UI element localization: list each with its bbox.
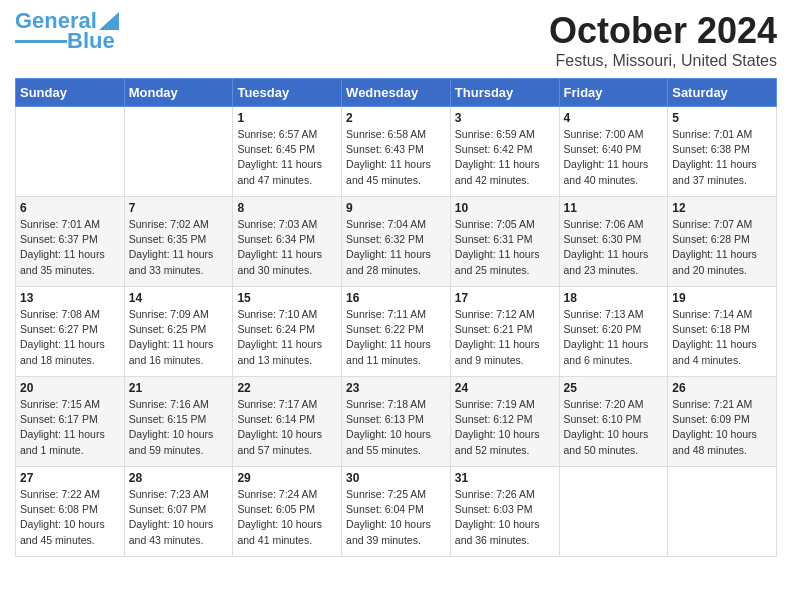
day-info: Sunrise: 6:59 AM Sunset: 6:42 PM Dayligh… bbox=[455, 127, 555, 188]
day-number: 26 bbox=[672, 381, 772, 395]
logo: General Blue bbox=[15, 10, 119, 52]
calendar-cell: 9Sunrise: 7:04 AM Sunset: 6:32 PM Daylig… bbox=[342, 197, 451, 287]
day-info: Sunrise: 6:58 AM Sunset: 6:43 PM Dayligh… bbox=[346, 127, 446, 188]
weekday-header-saturday: Saturday bbox=[668, 79, 777, 107]
day-number: 14 bbox=[129, 291, 229, 305]
day-number: 9 bbox=[346, 201, 446, 215]
day-info: Sunrise: 7:26 AM Sunset: 6:03 PM Dayligh… bbox=[455, 487, 555, 548]
day-number: 24 bbox=[455, 381, 555, 395]
calendar-cell: 4Sunrise: 7:00 AM Sunset: 6:40 PM Daylig… bbox=[559, 107, 668, 197]
calendar-week-row: 6Sunrise: 7:01 AM Sunset: 6:37 PM Daylig… bbox=[16, 197, 777, 287]
day-number: 7 bbox=[129, 201, 229, 215]
calendar-cell: 11Sunrise: 7:06 AM Sunset: 6:30 PM Dayli… bbox=[559, 197, 668, 287]
day-number: 6 bbox=[20, 201, 120, 215]
calendar-cell: 14Sunrise: 7:09 AM Sunset: 6:25 PM Dayli… bbox=[124, 287, 233, 377]
calendar-cell: 21Sunrise: 7:16 AM Sunset: 6:15 PM Dayli… bbox=[124, 377, 233, 467]
day-info: Sunrise: 7:07 AM Sunset: 6:28 PM Dayligh… bbox=[672, 217, 772, 278]
day-info: Sunrise: 7:19 AM Sunset: 6:12 PM Dayligh… bbox=[455, 397, 555, 458]
calendar-week-row: 1Sunrise: 6:57 AM Sunset: 6:45 PM Daylig… bbox=[16, 107, 777, 197]
calendar-cell bbox=[559, 467, 668, 557]
title-block: October 2024 Festus, Missouri, United St… bbox=[549, 10, 777, 70]
day-number: 21 bbox=[129, 381, 229, 395]
day-number: 30 bbox=[346, 471, 446, 485]
calendar-cell: 12Sunrise: 7:07 AM Sunset: 6:28 PM Dayli… bbox=[668, 197, 777, 287]
day-info: Sunrise: 7:24 AM Sunset: 6:05 PM Dayligh… bbox=[237, 487, 337, 548]
day-info: Sunrise: 7:03 AM Sunset: 6:34 PM Dayligh… bbox=[237, 217, 337, 278]
calendar-week-row: 27Sunrise: 7:22 AM Sunset: 6:08 PM Dayli… bbox=[16, 467, 777, 557]
calendar-cell: 17Sunrise: 7:12 AM Sunset: 6:21 PM Dayli… bbox=[450, 287, 559, 377]
calendar-cell: 8Sunrise: 7:03 AM Sunset: 6:34 PM Daylig… bbox=[233, 197, 342, 287]
day-number: 25 bbox=[564, 381, 664, 395]
day-info: Sunrise: 7:14 AM Sunset: 6:18 PM Dayligh… bbox=[672, 307, 772, 368]
calendar-cell: 13Sunrise: 7:08 AM Sunset: 6:27 PM Dayli… bbox=[16, 287, 125, 377]
day-info: Sunrise: 6:57 AM Sunset: 6:45 PM Dayligh… bbox=[237, 127, 337, 188]
calendar-cell: 20Sunrise: 7:15 AM Sunset: 6:17 PM Dayli… bbox=[16, 377, 125, 467]
day-info: Sunrise: 7:10 AM Sunset: 6:24 PM Dayligh… bbox=[237, 307, 337, 368]
day-info: Sunrise: 7:12 AM Sunset: 6:21 PM Dayligh… bbox=[455, 307, 555, 368]
calendar-cell: 27Sunrise: 7:22 AM Sunset: 6:08 PM Dayli… bbox=[16, 467, 125, 557]
day-number: 27 bbox=[20, 471, 120, 485]
day-info: Sunrise: 7:25 AM Sunset: 6:04 PM Dayligh… bbox=[346, 487, 446, 548]
calendar-cell: 5Sunrise: 7:01 AM Sunset: 6:38 PM Daylig… bbox=[668, 107, 777, 197]
day-info: Sunrise: 7:05 AM Sunset: 6:31 PM Dayligh… bbox=[455, 217, 555, 278]
calendar-subtitle: Festus, Missouri, United States bbox=[549, 52, 777, 70]
day-info: Sunrise: 7:11 AM Sunset: 6:22 PM Dayligh… bbox=[346, 307, 446, 368]
day-number: 2 bbox=[346, 111, 446, 125]
day-number: 22 bbox=[237, 381, 337, 395]
weekday-header-monday: Monday bbox=[124, 79, 233, 107]
day-info: Sunrise: 7:22 AM Sunset: 6:08 PM Dayligh… bbox=[20, 487, 120, 548]
calendar-cell: 10Sunrise: 7:05 AM Sunset: 6:31 PM Dayli… bbox=[450, 197, 559, 287]
calendar-cell bbox=[16, 107, 125, 197]
day-info: Sunrise: 7:23 AM Sunset: 6:07 PM Dayligh… bbox=[129, 487, 229, 548]
day-info: Sunrise: 7:08 AM Sunset: 6:27 PM Dayligh… bbox=[20, 307, 120, 368]
day-number: 18 bbox=[564, 291, 664, 305]
calendar-cell: 1Sunrise: 6:57 AM Sunset: 6:45 PM Daylig… bbox=[233, 107, 342, 197]
calendar-cell: 23Sunrise: 7:18 AM Sunset: 6:13 PM Dayli… bbox=[342, 377, 451, 467]
day-number: 4 bbox=[564, 111, 664, 125]
day-number: 10 bbox=[455, 201, 555, 215]
calendar-week-row: 13Sunrise: 7:08 AM Sunset: 6:27 PM Dayli… bbox=[16, 287, 777, 377]
day-number: 15 bbox=[237, 291, 337, 305]
day-info: Sunrise: 7:02 AM Sunset: 6:35 PM Dayligh… bbox=[129, 217, 229, 278]
day-info: Sunrise: 7:16 AM Sunset: 6:15 PM Dayligh… bbox=[129, 397, 229, 458]
weekday-header-sunday: Sunday bbox=[16, 79, 125, 107]
day-info: Sunrise: 7:06 AM Sunset: 6:30 PM Dayligh… bbox=[564, 217, 664, 278]
calendar-week-row: 20Sunrise: 7:15 AM Sunset: 6:17 PM Dayli… bbox=[16, 377, 777, 467]
calendar-table: SundayMondayTuesdayWednesdayThursdayFrid… bbox=[15, 78, 777, 557]
logo-underline bbox=[15, 40, 67, 43]
page-header: General Blue October 2024 Festus, Missou… bbox=[15, 10, 777, 70]
day-number: 11 bbox=[564, 201, 664, 215]
logo-blue-text: Blue bbox=[67, 30, 115, 52]
calendar-cell bbox=[668, 467, 777, 557]
day-number: 8 bbox=[237, 201, 337, 215]
calendar-cell: 31Sunrise: 7:26 AM Sunset: 6:03 PM Dayli… bbox=[450, 467, 559, 557]
day-info: Sunrise: 7:21 AM Sunset: 6:09 PM Dayligh… bbox=[672, 397, 772, 458]
calendar-cell: 16Sunrise: 7:11 AM Sunset: 6:22 PM Dayli… bbox=[342, 287, 451, 377]
day-info: Sunrise: 7:04 AM Sunset: 6:32 PM Dayligh… bbox=[346, 217, 446, 278]
calendar-cell: 29Sunrise: 7:24 AM Sunset: 6:05 PM Dayli… bbox=[233, 467, 342, 557]
calendar-cell: 15Sunrise: 7:10 AM Sunset: 6:24 PM Dayli… bbox=[233, 287, 342, 377]
calendar-cell bbox=[124, 107, 233, 197]
day-info: Sunrise: 7:13 AM Sunset: 6:20 PM Dayligh… bbox=[564, 307, 664, 368]
calendar-cell: 6Sunrise: 7:01 AM Sunset: 6:37 PM Daylig… bbox=[16, 197, 125, 287]
day-number: 5 bbox=[672, 111, 772, 125]
day-info: Sunrise: 7:01 AM Sunset: 6:37 PM Dayligh… bbox=[20, 217, 120, 278]
day-number: 19 bbox=[672, 291, 772, 305]
calendar-cell: 25Sunrise: 7:20 AM Sunset: 6:10 PM Dayli… bbox=[559, 377, 668, 467]
day-number: 29 bbox=[237, 471, 337, 485]
calendar-header-row: SundayMondayTuesdayWednesdayThursdayFrid… bbox=[16, 79, 777, 107]
calendar-cell: 7Sunrise: 7:02 AM Sunset: 6:35 PM Daylig… bbox=[124, 197, 233, 287]
day-info: Sunrise: 7:00 AM Sunset: 6:40 PM Dayligh… bbox=[564, 127, 664, 188]
day-info: Sunrise: 7:18 AM Sunset: 6:13 PM Dayligh… bbox=[346, 397, 446, 458]
day-number: 31 bbox=[455, 471, 555, 485]
day-number: 20 bbox=[20, 381, 120, 395]
day-info: Sunrise: 7:09 AM Sunset: 6:25 PM Dayligh… bbox=[129, 307, 229, 368]
calendar-cell: 22Sunrise: 7:17 AM Sunset: 6:14 PM Dayli… bbox=[233, 377, 342, 467]
day-number: 3 bbox=[455, 111, 555, 125]
weekday-header-tuesday: Tuesday bbox=[233, 79, 342, 107]
day-number: 23 bbox=[346, 381, 446, 395]
weekday-header-wednesday: Wednesday bbox=[342, 79, 451, 107]
day-number: 12 bbox=[672, 201, 772, 215]
calendar-cell: 24Sunrise: 7:19 AM Sunset: 6:12 PM Dayli… bbox=[450, 377, 559, 467]
day-info: Sunrise: 7:20 AM Sunset: 6:10 PM Dayligh… bbox=[564, 397, 664, 458]
